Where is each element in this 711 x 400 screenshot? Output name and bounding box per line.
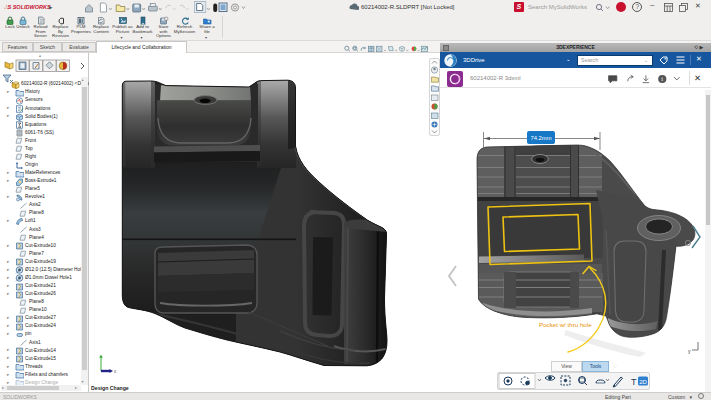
svg-text:2D: 2D [639, 379, 647, 385]
svg-text:74.2mm: 74.2mm [531, 135, 552, 141]
svg-text:i: i [661, 75, 663, 82]
svg-text:T: T [631, 377, 637, 387]
svg-text:Pocket w/ thru hole: Pocket w/ thru hole [539, 321, 592, 328]
svg-text:y: y [688, 348, 691, 354]
svg-text:x: x [114, 369, 117, 374]
